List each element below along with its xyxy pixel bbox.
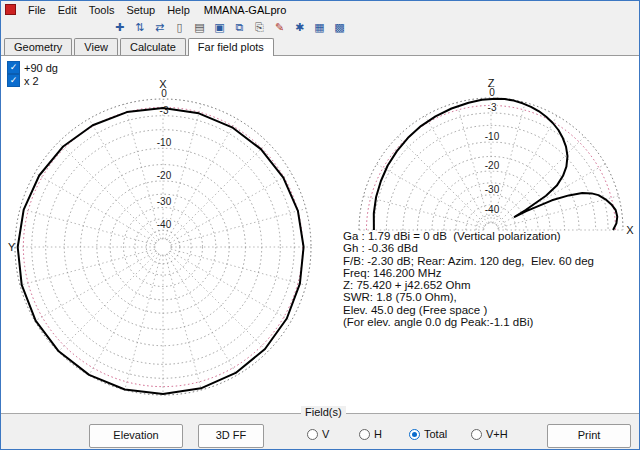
radio-circle-icon xyxy=(471,429,482,440)
svg-text:-3: -3 xyxy=(160,105,169,116)
svg-text:-3: -3 xyxy=(488,102,497,113)
tab-view[interactable]: View xyxy=(74,38,118,55)
menu-help[interactable]: Help xyxy=(161,3,196,17)
svg-text:0: 0 xyxy=(489,87,495,98)
arrow-up-down-icon[interactable]: ⇅ xyxy=(131,19,148,35)
radio-v-label: V xyxy=(322,428,329,440)
radio-h-label: H xyxy=(374,428,382,440)
radio-total-label: Total xyxy=(424,428,447,440)
menu-edit[interactable]: Edit xyxy=(52,3,83,17)
impedance-line: Z: 75.420 + j42.652 Ohm xyxy=(343,279,594,291)
mmana-galpro-window: File Edit Tools Setup Help MMANA-GALpro … xyxy=(0,0,640,450)
3d-ff-button[interactable]: 3D FF xyxy=(198,424,264,448)
results-summary: Ga : 1.79 dBi = 0 dB (Vertical polarizat… xyxy=(343,230,594,328)
tab-bar: Geometry View Calculate Far field plots xyxy=(1,36,639,55)
menu-bar: File Edit Tools Setup Help MMANA-GALpro xyxy=(1,1,639,18)
edit-icon[interactable]: ✎ xyxy=(271,19,288,35)
footer-bar: Field(s) Elevation 3D FF V H Total V+H P… xyxy=(1,413,639,450)
plus90-checkbox-label: +90 dg xyxy=(24,62,58,74)
radio-v[interactable]: V xyxy=(307,428,329,440)
gh-line: Gh : -0.36 dBd xyxy=(343,242,594,254)
elevation-polar-plot: Z X 0-3-10-20-30-40 xyxy=(353,76,639,256)
checkbox-check-icon: ✓ xyxy=(7,61,20,74)
open-file-icon[interactable]: ▤ xyxy=(191,19,208,35)
print-button[interactable]: Print xyxy=(547,424,631,448)
svg-text:-40: -40 xyxy=(157,219,172,230)
paste-icon[interactable]: ⎘ xyxy=(251,19,268,35)
radio-circle-icon xyxy=(307,429,318,440)
table-icon[interactable]: ▦ xyxy=(311,19,328,35)
pan-icon[interactable]: ✚ xyxy=(111,19,128,35)
elevation-x-axis-label: X xyxy=(626,224,634,236)
svg-text:-10: -10 xyxy=(485,131,500,142)
radio-total[interactable]: Total xyxy=(409,428,447,440)
fb-line: F/B: -2.30 dB; Rear: Azim. 120 deg, Elev… xyxy=(343,255,594,267)
menu-tools[interactable]: Tools xyxy=(83,3,121,17)
gain-line: Ga : 1.79 dBi = 0 dB (Vertical polarizat… xyxy=(343,230,594,242)
copy-icon[interactable]: ⧉ xyxy=(231,19,248,35)
toolbar: ✚ ⇅ ⇄ ▯ ▤ ▣ ⧉ ⎘ ✎ ✱ ▦ ▩ xyxy=(1,18,639,36)
svg-text:-20: -20 xyxy=(485,160,500,171)
svg-text:-40: -40 xyxy=(485,204,500,215)
tab-far-field-plots[interactable]: Far field plots xyxy=(188,38,274,56)
radio-h[interactable]: H xyxy=(359,428,382,440)
azimuth-polar-plot: X Y 0-3-10-20-30-40 xyxy=(7,76,319,402)
arrow-left-right-icon[interactable]: ⇄ xyxy=(151,19,168,35)
swr-line: SWR: 1.8 (75.0 Ohm), xyxy=(343,291,594,303)
app-title: MMANA-GALpro xyxy=(204,4,287,16)
elevation-button[interactable]: Elevation xyxy=(89,424,183,448)
elevation-line: Elev. 45.0 deg (Free space ) xyxy=(343,304,594,316)
optimize-icon[interactable]: ✱ xyxy=(291,19,308,35)
radio-v-plus-h-label: V+H xyxy=(486,428,508,440)
peak-line: (For elev. angle 0.0 dg Peak:-1.1 dBi) xyxy=(343,316,594,328)
tab-calculate[interactable]: Calculate xyxy=(120,38,186,55)
menu-file[interactable]: File xyxy=(22,3,52,17)
svg-text:-30: -30 xyxy=(485,184,500,195)
svg-text:-20: -20 xyxy=(157,170,172,181)
far-field-plots-panel: ✓ +90 dg ✓ x 2 X Y 0-3-10-20-30-40 Z X 0… xyxy=(1,55,639,414)
radio-v-plus-h[interactable]: V+H xyxy=(471,428,508,440)
fields-group-label: Field(s) xyxy=(301,406,346,418)
svg-text:-30: -30 xyxy=(157,196,172,207)
radio-circle-icon xyxy=(359,429,370,440)
freq-line: Freq: 146.200 MHz xyxy=(343,267,594,279)
radio-circle-icon xyxy=(409,429,420,440)
new-file-icon[interactable]: ▯ xyxy=(171,19,188,35)
tab-geometry[interactable]: Geometry xyxy=(4,38,72,55)
menu-setup[interactable]: Setup xyxy=(120,3,161,17)
svg-text:-10: -10 xyxy=(157,137,172,148)
plus90-checkbox[interactable]: ✓ +90 dg xyxy=(7,61,58,74)
save-file-icon[interactable]: ▣ xyxy=(211,19,228,35)
app-icon xyxy=(5,4,16,15)
svg-text:0: 0 xyxy=(161,88,167,99)
grid-icon[interactable]: ▩ xyxy=(331,19,348,35)
